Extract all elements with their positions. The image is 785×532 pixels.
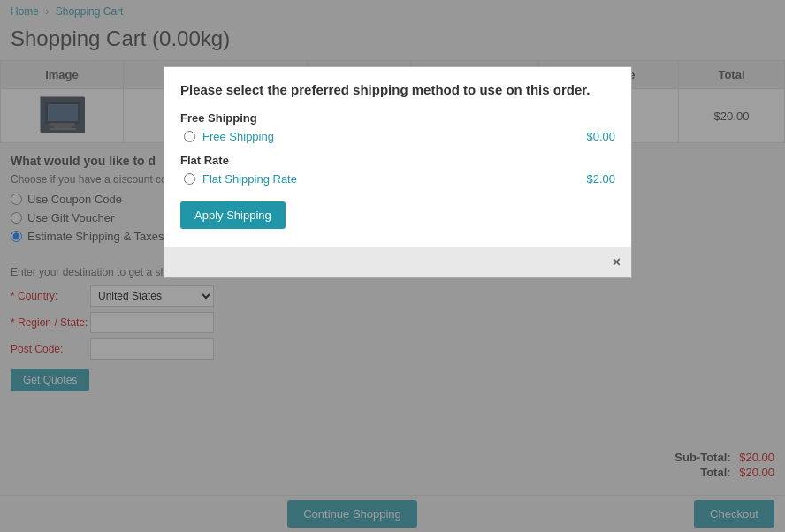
modal-title: Please select the preferred shipping met… [180,81,615,99]
flat-rate-radio[interactable] [184,173,195,185]
free-shipping-option[interactable]: Free Shipping $0.00 [180,130,615,143]
flat-rate-label: Flat Rate [180,154,615,167]
flat-rate-option[interactable]: Flat Shipping Rate $2.00 [180,172,615,186]
modal-body: Please select the preferred shipping met… [164,67,631,247]
free-shipping-section: Free Shipping Free Shipping $0.00 [180,111,615,143]
modal-footer: × [164,247,631,277]
flat-rate-section: Flat Rate Flat Shipping Rate $2.00 [180,154,615,186]
shipping-modal: Please select the preferred shipping met… [164,66,632,278]
flat-option-price: $2.00 [586,172,615,186]
apply-shipping-button[interactable]: Apply Shipping [180,201,286,229]
free-option-label: Free Shipping [202,130,586,143]
modal-close-button[interactable]: × [613,255,621,270]
flat-option-label: Flat Shipping Rate [202,172,586,186]
free-shipping-label: Free Shipping [180,111,615,125]
free-option-price: $0.00 [586,130,615,143]
free-shipping-radio[interactable] [184,131,195,142]
